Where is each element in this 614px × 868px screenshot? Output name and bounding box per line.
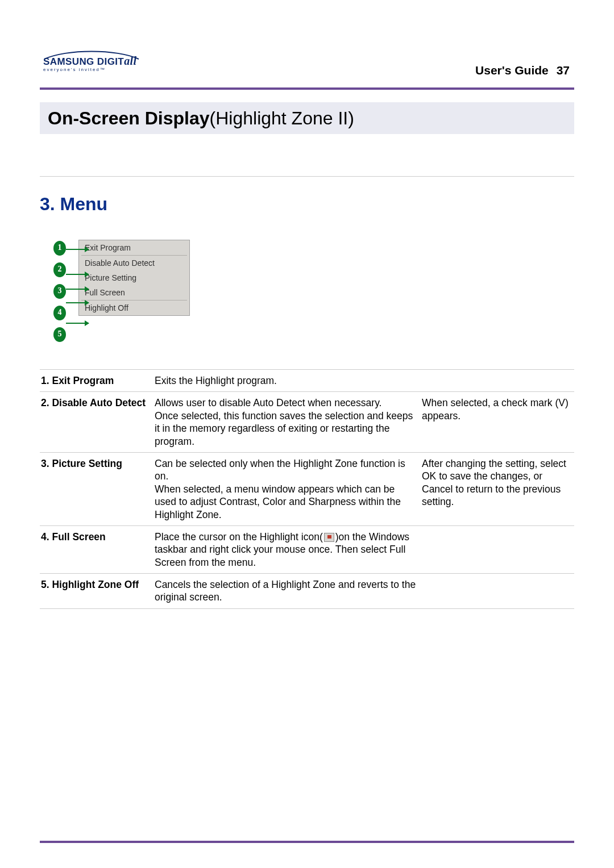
row-note: After changing the setting, select OK to…	[421, 452, 574, 525]
menu-item[interactable]: Full Screen	[79, 285, 189, 300]
guide-label: User's Guide	[475, 64, 549, 77]
title-bold: On-Screen Display	[48, 108, 210, 128]
arrow-icon	[66, 274, 89, 275]
brand-logo: SAMSUNG DIGITall everyone's invited™	[43, 48, 140, 75]
menu-figure: 1 2 3 4 5 Exit Program Disable Auto Dete…	[40, 240, 574, 349]
arrow-icon	[66, 302, 89, 303]
menu-item[interactable]: Picture Setting	[79, 270, 189, 285]
highlight-icon	[324, 533, 334, 542]
table-row: 1. Exit Program Exits the Highlight prog…	[40, 370, 574, 392]
row-desc: Place the cursor on the Highlight icon()…	[154, 525, 421, 573]
brand-samsung: SAMSUNG	[43, 56, 94, 67]
row-note: When selected, a check mark (V) appears.	[421, 392, 574, 453]
menu-item[interactable]: Exit Program	[79, 240, 189, 255]
row-label: 5. Highlight Zone Off	[40, 574, 154, 609]
row-label: 4. Full Screen	[40, 525, 154, 573]
row-label: 2. Disable Auto Detect	[40, 392, 154, 453]
badge-5: 5	[53, 327, 66, 342]
row-label: 1. Exit Program	[40, 370, 154, 392]
section-heading: 3. Menu	[40, 194, 574, 215]
brand-tagline: everyone's invited™	[43, 67, 106, 72]
badge-2: 2	[53, 262, 66, 277]
badge-3: 3	[53, 284, 66, 299]
body-rule	[40, 176, 574, 177]
row-note	[421, 574, 574, 609]
page-title: On-Screen Display(Highlight Zone II)	[48, 108, 354, 129]
table-row: 5. Highlight Zone Off Cancels the select…	[40, 574, 574, 609]
row-desc-pre: Place the cursor on the Highlight icon(	[155, 531, 323, 542]
page-number: 37	[557, 64, 570, 77]
description-table: 1. Exit Program Exits the Highlight prog…	[40, 369, 574, 609]
badge-column: 1 2 3 4 5	[53, 240, 66, 349]
row-note	[421, 370, 574, 392]
arrow-icon	[66, 249, 89, 250]
arrow-icon	[66, 289, 89, 290]
row-desc: Exits the Highlight program.	[154, 370, 421, 392]
row-desc: Cancels the selection of a Highlight Zon…	[154, 574, 421, 609]
table-row: 2. Disable Auto Detect Allows user to di…	[40, 392, 574, 453]
footer-rule	[40, 841, 574, 843]
page-title-bar: On-Screen Display(Highlight Zone II)	[40, 102, 574, 134]
row-note	[421, 525, 574, 573]
badge-1: 1	[53, 241, 66, 256]
menu-item[interactable]: Disable Auto Detect	[79, 256, 189, 270]
row-label: 3. Picture Setting	[40, 452, 154, 525]
table-row: 4. Full Screen Place the cursor on the H…	[40, 525, 574, 573]
brand-digit: DIGIT	[97, 56, 124, 67]
brand-all: all	[124, 55, 136, 67]
badge-4: 4	[53, 306, 66, 320]
arrow-icon	[66, 323, 89, 324]
context-menu: Exit Program Disable Auto Detect Picture…	[78, 240, 190, 316]
row-desc: Can be selected only when the Highlight …	[154, 452, 421, 525]
header-rule	[40, 87, 574, 90]
header-right: User's Guide 37	[475, 64, 570, 77]
table-row: 3. Picture Setting Can be selected only …	[40, 452, 574, 525]
menu-item[interactable]: Highlight Off	[79, 301, 189, 315]
row-desc: Allows user to disable Auto Detect when …	[154, 392, 421, 453]
title-light: (Highlight Zone II)	[210, 108, 354, 128]
